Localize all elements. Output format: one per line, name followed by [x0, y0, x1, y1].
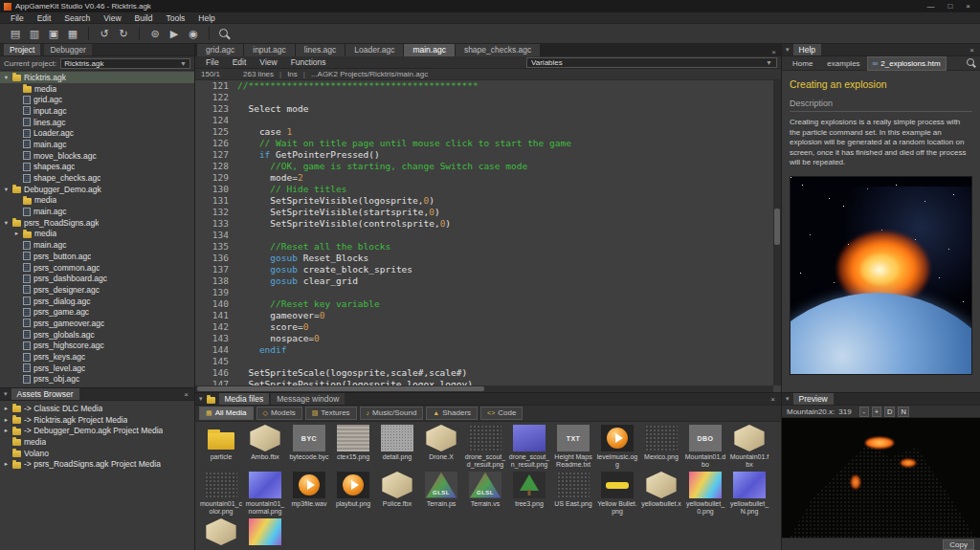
media-item[interactable]: levelmusic.ogg: [596, 425, 638, 469]
tree-item[interactable]: ▾ Debugger_Demo.agk: [0, 184, 194, 195]
tree-item[interactable]: ▸ media: [0, 229, 194, 240]
tree-item[interactable]: psrs_globals.agc: [0, 329, 194, 341]
code-editor[interactable]: 121 //**********************************…: [195, 80, 781, 392]
diffuse-toggle-button[interactable]: D: [884, 407, 895, 417]
media-filter-tab[interactable]: <> Code: [480, 407, 523, 420]
tree-item[interactable]: psrs_designer.agc: [0, 284, 194, 296]
tree-item[interactable]: psrs_obj.agc: [0, 374, 194, 385]
tree-item[interactable]: media: [0, 195, 194, 207]
media-filter-tab[interactable]: ▲ Shaders: [426, 407, 478, 420]
media-item[interactable]: Drone.X: [420, 425, 462, 469]
tree-expand-icon[interactable]: ▸: [13, 230, 20, 237]
tree-expand-icon[interactable]: ▸: [3, 427, 10, 434]
redo-icon[interactable]: ↻: [115, 26, 132, 42]
editor-tab[interactable]: main.agc: [404, 44, 455, 56]
menu-file[interactable]: File: [4, 12, 31, 24]
menu-search[interactable]: Search: [57, 12, 97, 24]
asset-folder-item[interactable]: ▸ -> Ricktris.agk Project Media: [0, 414, 194, 426]
media-item[interactable]: ctex15.png: [332, 425, 374, 469]
media-item[interactable]: mountain01_normal.png: [244, 472, 286, 516]
menu-edit[interactable]: Edit: [31, 12, 58, 24]
chevron-down-icon[interactable]: ▾: [199, 395, 203, 403]
media-item[interactable]: GLSL Terrain.vs: [464, 472, 506, 516]
undo-icon[interactable]: ↺: [96, 26, 113, 42]
toolbar-divider[interactable]: [139, 27, 140, 40]
toolbar-divider[interactable]: [209, 27, 210, 40]
tree-item[interactable]: psrs_keys.agc: [0, 351, 194, 363]
tree-expand-icon[interactable]: ▾: [3, 219, 10, 227]
tree-item[interactable]: psrs_gameover.agc: [0, 318, 194, 329]
chevron-down-icon[interactable]: ▾: [786, 395, 790, 403]
media-item[interactable]: Ambo.fbx: [244, 425, 286, 469]
normal-toggle-button[interactable]: N: [898, 407, 908, 417]
media-item[interactable]: yellowbullet_N.png: [728, 472, 770, 516]
editor-menu-item[interactable]: Edit: [226, 57, 254, 67]
editor-tab[interactable]: grid.agc: [197, 44, 243, 56]
media-item[interactable]: Mexico.png: [640, 425, 682, 469]
search-icon[interactable]: [216, 26, 234, 42]
copy-button[interactable]: Copy: [943, 539, 974, 550]
editor-horizontal-scrollbar[interactable]: [195, 385, 773, 392]
toolbar-divider[interactable]: [88, 27, 89, 40]
media-item[interactable]: Police.fbx: [376, 472, 418, 516]
tree-item[interactable]: psrs_dialog.agc: [0, 296, 194, 307]
tree-item[interactable]: main.agc: [0, 206, 194, 217]
open-file-icon[interactable]: ▥: [26, 26, 43, 42]
menu-view[interactable]: View: [97, 12, 127, 24]
zoom-in-button[interactable]: +: [872, 407, 881, 417]
media-item[interactable]: detail.png: [376, 425, 418, 469]
tree-item[interactable]: Loader.agc: [0, 127, 194, 139]
editor-vertical-scrollbar[interactable]: [773, 80, 781, 385]
tab-debugger[interactable]: Debugger: [44, 44, 91, 55]
menu-help[interactable]: Help: [191, 12, 221, 24]
new-file-icon[interactable]: ▤: [7, 26, 24, 42]
tree-expand-icon[interactable]: ▾: [3, 186, 10, 193]
editor-tab[interactable]: Loader.agc: [345, 44, 403, 56]
asset-folder-item[interactable]: ▸ -> psrs_RoadSigns.agk Project Media: [0, 458, 194, 470]
variables-dropdown[interactable]: Variables ▼: [526, 57, 777, 68]
tree-item[interactable]: main.agc: [0, 239, 194, 251]
close-icon[interactable]: ×: [182, 390, 190, 399]
media-item[interactable]: DBO Mountain01.dbo: [684, 425, 726, 469]
media-item[interactable]: mp3file.wav: [288, 472, 330, 516]
editor-tab[interactable]: shape_checks.agc: [456, 44, 540, 56]
editor-menu-item[interactable]: View: [253, 57, 283, 67]
media-item[interactable]: drone_scout_n_result.png: [508, 425, 550, 469]
broadcast-icon[interactable]: ⊚: [146, 26, 164, 42]
media-item[interactable]: tree3.png: [508, 472, 550, 516]
help-explosions-tab[interactable]: ∞ 2_explosions.htm: [867, 56, 947, 71]
search-icon[interactable]: [966, 57, 977, 69]
media-item[interactable]: mountain01_color.png: [200, 472, 242, 516]
editor-tab[interactable]: lines.agc: [296, 44, 345, 56]
help-home-tab[interactable]: Home: [785, 57, 817, 70]
media-item[interactable]: Yellow Bullet.png: [596, 472, 638, 516]
run-icon[interactable]: ▶: [166, 26, 183, 42]
close-icon[interactable]: ×: [767, 48, 781, 56]
save-icon[interactable]: ▣: [45, 26, 62, 42]
tree-item[interactable]: psrs_dashboard.agc: [0, 273, 194, 284]
current-project-dropdown[interactable]: Ricktris.agk ▼: [60, 58, 190, 69]
tree-item[interactable]: media: [0, 83, 194, 95]
media-filter-tab[interactable]: ◇ Models: [256, 407, 302, 420]
tree-item[interactable]: psrs_highscore.agc: [0, 341, 194, 352]
tree-item[interactable]: lines.agc: [0, 117, 194, 128]
media-item[interactable]: drone_scout_d_result.png: [464, 425, 506, 469]
zoom-out-button[interactable]: -: [859, 407, 869, 417]
chevron-down-icon[interactable]: ▾: [4, 390, 8, 398]
minimize-button[interactable]: —: [926, 0, 934, 12]
asset-folder-item[interactable]: ▸ -> Classic DLC Media: [0, 403, 194, 414]
media-item[interactable]: [200, 518, 242, 550]
media-item[interactable]: yellowbullet_0.png: [684, 472, 726, 516]
media-item[interactable]: particle: [200, 425, 242, 469]
debug-icon[interactable]: ◉: [185, 26, 202, 42]
tree-expand-icon[interactable]: ▾: [3, 74, 10, 81]
editor-menu-item[interactable]: Functions: [284, 57, 333, 67]
help-examples-tab[interactable]: examples: [819, 57, 864, 70]
menu-tools[interactable]: Tools: [159, 12, 191, 24]
media-item[interactable]: playbut.png: [332, 472, 374, 516]
tree-item[interactable]: ▾ psrs_RoadSigns.agk: [0, 217, 194, 229]
close-icon[interactable]: ×: [968, 46, 976, 55]
tree-item[interactable]: grid.agc: [0, 94, 194, 105]
close-button[interactable]: ×: [966, 0, 970, 12]
tree-expand-icon[interactable]: ▸: [3, 416, 10, 424]
